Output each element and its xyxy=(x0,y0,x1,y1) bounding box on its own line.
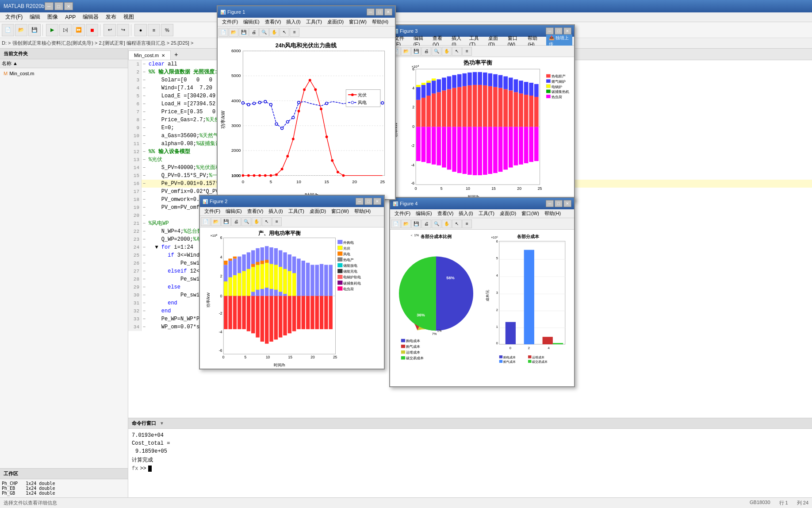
fig1-menu-help[interactable]: 帮助(H) xyxy=(369,18,391,26)
fig4-tb-cursor[interactable]: ↖ xyxy=(452,219,462,228)
close-button[interactable]: ✕ xyxy=(64,2,73,10)
fig1-menu-window[interactable]: 窗口(W) xyxy=(346,18,369,26)
command-window-toggle[interactable]: ▼ xyxy=(160,421,164,426)
figure-1-title-bar[interactable]: 📊 Figure 1 ─ □ ✕ xyxy=(218,6,395,18)
fig2-tb-pan[interactable]: ✋ xyxy=(252,217,261,226)
fig1-tb-data[interactable]: ≡ xyxy=(290,28,299,37)
indent-button[interactable]: ≡ xyxy=(148,24,160,36)
redo-button[interactable]: ↪ xyxy=(117,24,129,36)
fig2-menu-help[interactable]: 帮助(H) xyxy=(352,208,373,215)
file-item-mincost[interactable]: M Min_cost.m xyxy=(2,70,126,77)
fig1-menu-desktop[interactable]: 桌面(D) xyxy=(325,18,346,26)
fig2-tb-cursor[interactable]: ↖ xyxy=(262,217,272,226)
figure-4-title-bar[interactable]: 📊 Figure 4 ─ □ ✕ xyxy=(390,198,574,209)
figure-4-minimize-button[interactable]: ─ xyxy=(546,200,554,207)
fig2-tb-new[interactable]: 📄 xyxy=(201,217,211,226)
menu-publish[interactable]: 发布 xyxy=(102,12,120,22)
fig1-tb-save[interactable]: 💾 xyxy=(239,28,249,37)
fig2-menu-tools[interactable]: 工具(T) xyxy=(286,208,307,215)
menu-file[interactable]: 文件(F) xyxy=(2,12,26,22)
fig2-tb-open[interactable]: 📂 xyxy=(211,217,221,226)
fig3-tb-open[interactable]: 📂 xyxy=(401,47,411,56)
fig2-menu-insert[interactable]: 插入(I) xyxy=(266,208,285,215)
fig3-tb-save[interactable]: 💾 xyxy=(411,47,421,56)
fig4-menu-window[interactable]: 窗口(W) xyxy=(519,210,542,217)
fig2-menu-file[interactable]: 文件(F) xyxy=(202,208,223,215)
menu-app[interactable]: APP xyxy=(61,13,79,21)
fig4-menu-insert[interactable]: 插入(I) xyxy=(456,210,475,217)
fig2-tb-data[interactable]: ≡ xyxy=(272,217,282,226)
fig1-menu-view[interactable]: 查看(V) xyxy=(262,18,284,26)
editor-tab-close-icon[interactable]: ✕ xyxy=(161,53,165,58)
figure-3-maximize-button[interactable]: □ xyxy=(555,27,563,35)
fig4-tb-print[interactable]: 🖨 xyxy=(421,219,431,228)
fig1-tb-new[interactable]: 📄 xyxy=(218,28,228,37)
comment-button[interactable]: % xyxy=(161,24,173,36)
fig1-menu-insert[interactable]: 插入(I) xyxy=(283,18,303,26)
fig2-menu-edit[interactable]: 编辑(E) xyxy=(223,208,245,215)
fig4-tb-save[interactable]: 💾 xyxy=(411,219,421,228)
fig1-menu-edit[interactable]: 编辑(E) xyxy=(241,18,262,26)
open-file-button[interactable]: 📂 xyxy=(15,24,27,36)
fig3-tb-print[interactable]: 🖨 xyxy=(421,47,431,56)
fig4-menu-desktop[interactable]: 桌面(D) xyxy=(497,210,519,217)
undo-button[interactable]: ↩ xyxy=(103,24,116,36)
fig3-tb-data[interactable]: ≡ xyxy=(462,47,472,56)
fig1-menu-file[interactable]: 文件(F) xyxy=(219,18,241,26)
fig3-tb-pan[interactable]: ✋ xyxy=(442,47,452,56)
figure-3-close-button[interactable]: ✕ xyxy=(563,27,571,35)
fig1-tb-open[interactable]: 📂 xyxy=(229,28,238,37)
fig4-menu-tools[interactable]: 工具(T) xyxy=(476,210,497,217)
fig4-menu-edit[interactable]: 编辑(E) xyxy=(413,210,435,217)
fig2-tb-zoom[interactable]: 🔍 xyxy=(241,217,251,226)
fig4-tb-pan[interactable]: ✋ xyxy=(442,219,452,228)
step-button[interactable]: ⏩ xyxy=(73,24,85,36)
fig4-menu-file[interactable]: 文件(F) xyxy=(392,210,413,217)
fig1-tb-zoom-in[interactable]: 🔍 xyxy=(259,28,269,37)
fig4-menu-help[interactable]: 帮助(H) xyxy=(542,210,563,217)
fig2-menu-desktop[interactable]: 桌面(D) xyxy=(307,208,329,215)
fig1-tb-print[interactable]: 🖨 xyxy=(249,28,259,37)
figure-1-close-button[interactable]: ✕ xyxy=(384,8,392,15)
fig2-tb-print[interactable]: 🖨 xyxy=(231,217,241,226)
save-button[interactable]: 💾 xyxy=(28,24,41,36)
fig3-tb-cursor[interactable]: ↖ xyxy=(452,47,462,56)
menu-editor[interactable]: 编辑器 xyxy=(79,12,102,22)
run-section-button[interactable]: ▷| xyxy=(59,24,72,36)
stop-button[interactable]: ⏹ xyxy=(86,24,98,36)
fig2-tb-save[interactable]: 💾 xyxy=(221,217,231,226)
figure-2-title-bar[interactable]: 📊 Figure 2 ─ □ ✕ xyxy=(200,196,384,207)
fig2-menu-window[interactable]: 窗口(W) xyxy=(329,208,352,215)
command-window-content[interactable]: 7.0193e+04 Cost_total = 9.1859e+05 计算完成 … xyxy=(128,429,812,497)
figure-4-close-button[interactable]: ✕ xyxy=(563,200,571,207)
fig1-tb-cursor[interactable]: ↖ xyxy=(280,28,289,37)
maximize-button[interactable]: □ xyxy=(54,2,63,10)
run-button[interactable]: ▶ xyxy=(46,24,58,36)
fig3-tb-zoom[interactable]: 🔍 xyxy=(432,47,441,56)
menu-edit[interactable]: 编辑 xyxy=(26,12,44,22)
figure-2-maximize-button[interactable]: □ xyxy=(364,198,372,205)
figure-4-maximize-button[interactable]: □ xyxy=(555,200,563,207)
figure-1-minimize-button[interactable]: ─ xyxy=(367,8,375,15)
fig4-tb-zoom[interactable]: 🔍 xyxy=(432,219,441,228)
minimize-button[interactable]: ─ xyxy=(45,2,54,10)
svg-rect-255 xyxy=(546,79,551,83)
fig4-menu-view[interactable]: 查看(V) xyxy=(435,210,456,217)
figure-1-maximize-button[interactable]: □ xyxy=(375,8,383,15)
editor-tab-mincost[interactable]: Min_cost.m ✕ xyxy=(128,50,171,60)
menu-view[interactable]: 视图 xyxy=(120,12,138,22)
fig4-tb-open[interactable]: 📂 xyxy=(401,219,411,228)
breakpoint-button[interactable]: ● xyxy=(134,24,147,36)
fig4-tb-data[interactable]: ≡ xyxy=(462,219,472,228)
figure-2-close-button[interactable]: ✕ xyxy=(373,198,381,205)
prompt-cursor[interactable] xyxy=(148,466,152,472)
new-file-button[interactable]: 📄 xyxy=(2,24,14,36)
figure-2-minimize-button[interactable]: ─ xyxy=(356,198,364,205)
figure-3-minimize-button[interactable]: ─ xyxy=(546,27,554,35)
fig2-menu-view[interactable]: 查看(V) xyxy=(245,208,266,215)
menu-image[interactable]: 图像 xyxy=(44,12,61,22)
fig1-tb-pan[interactable]: ✋ xyxy=(269,28,279,37)
add-tab-button[interactable]: + xyxy=(171,49,181,60)
fig4-tb-new[interactable]: 📄 xyxy=(391,219,401,228)
fig1-menu-tools[interactable]: 工具(T) xyxy=(303,18,325,26)
